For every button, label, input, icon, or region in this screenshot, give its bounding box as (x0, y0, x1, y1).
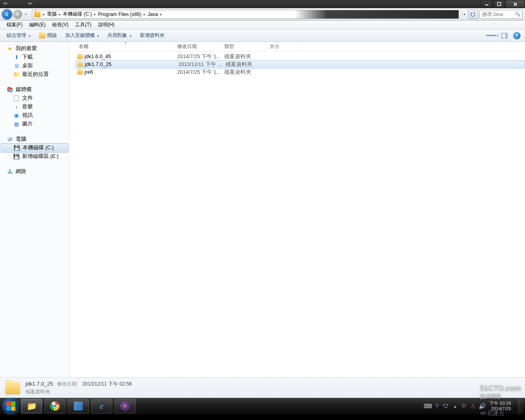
sidebar-favorites[interactable]: ★我的最愛 (0, 44, 69, 53)
breadcrumb-item[interactable]: Java (147, 10, 159, 18)
menu-view[interactable]: 檢視(V) (49, 21, 72, 29)
breadcrumb-separator[interactable] (41, 10, 46, 18)
search-box[interactable]: 🔍 (479, 10, 523, 19)
open-button[interactable]: 開啟 (36, 31, 60, 40)
folder-icon (77, 62, 84, 67)
main-content: ★我的最愛 ⬇下載 🖥桌面 📁最近的位置 📚媒體櫃 文件 ♪音樂 ▣視訊 ▦圖片… (0, 42, 525, 377)
sidebar-disk-e[interactable]: 💾新增磁碟區 (E:) (0, 152, 69, 161)
svg-point-6 (53, 404, 57, 408)
eclipse-icon: ⚙ (120, 401, 130, 411)
library-icon: 📚 (7, 87, 13, 93)
breadcrumb-item[interactable]: 本機磁碟 (C:) (62, 10, 93, 18)
tray-volume-icon[interactable]: 🔊 (479, 403, 485, 409)
preview-pane-button[interactable] (500, 31, 509, 40)
sidebar-network[interactable]: 🖧網路 (0, 167, 69, 176)
new-folder-button[interactable]: 新增資料夾 (137, 31, 168, 40)
refresh-button[interactable] (468, 10, 478, 19)
column-date[interactable]: 修改日期 (175, 42, 222, 51)
tray-up-icon[interactable]: ▴ (452, 403, 458, 409)
start-button[interactable] (2, 398, 19, 414)
svg-rect-3 (505, 33, 507, 38)
maximize-button[interactable] (493, 0, 505, 8)
taskbar-ie[interactable]: e (91, 399, 112, 413)
show-desktop-button[interactable] (518, 398, 523, 414)
menu-edit[interactable]: 編輯(E) (26, 21, 49, 29)
music-icon: ♪ (13, 104, 20, 110)
address-bar[interactable]: 電腦 本機磁碟 (C:) Program Files (x86) Java (32, 10, 459, 19)
folder-icon (76, 54, 84, 59)
file-date: 2014/7/25 下午 1... (177, 69, 224, 76)
recent-icon: 📁 (13, 71, 20, 78)
view-icon (486, 32, 496, 39)
sidebar-libraries[interactable]: 📚媒體櫃 (0, 85, 69, 94)
menu-file[interactable]: 檔案(F) (3, 21, 26, 29)
file-name: jdk1.6.0_45 (84, 54, 177, 59)
sidebar-disk-c[interactable]: 💾本機磁碟 (C:) (1, 143, 68, 153)
tray-flag-icon[interactable]: ⚐ (461, 403, 467, 409)
tray-network-icon[interactable]: ⚠ (470, 403, 476, 409)
network-icon: 🖧 (7, 169, 13, 175)
breadcrumb-item[interactable]: 電腦 (46, 10, 57, 18)
sidebar-downloads[interactable]: ⬇下載 (0, 53, 69, 62)
clock-time: 下午 03:29 (489, 401, 511, 406)
app-icon (74, 402, 83, 411)
folder-open-icon (39, 33, 46, 39)
disk-icon: 💾 (13, 153, 20, 160)
breadcrumb-separator[interactable] (93, 10, 97, 18)
file-name: jdk1.7.0_25 (84, 62, 178, 67)
details-date-label: 修改日期: (57, 381, 78, 388)
share-button[interactable]: 共用對象 (104, 31, 135, 40)
taskbar-chrome[interactable] (44, 399, 66, 413)
organize-button[interactable]: 組合管理 (3, 31, 34, 40)
column-type[interactable]: 類型 (222, 42, 267, 51)
desktop-icon: 🖥 (13, 63, 20, 69)
column-name[interactable]: 名稱▴ (76, 42, 175, 51)
sort-indicator-icon: ▴ (125, 41, 126, 44)
search-input[interactable] (482, 11, 515, 17)
file-row[interactable]: jdk1.6.0_45 2014/7/25 下午 1... 檔案資料夾 (70, 52, 525, 61)
tray-help-icon[interactable]: ? (434, 403, 440, 409)
nav-history-dropdown[interactable]: ▾ (23, 10, 29, 18)
column-headers: 名稱▴ 修改日期 類型 大小 (70, 42, 525, 52)
breadcrumb-separator[interactable] (142, 10, 147, 18)
include-library-button[interactable]: 加入至媒體櫃 (62, 31, 103, 40)
close-button[interactable] (505, 0, 525, 8)
nav-forward-button[interactable] (13, 10, 22, 19)
file-list[interactable]: jdk1.6.0_45 2014/7/25 下午 1... 檔案資料夾 jdk1… (70, 52, 525, 377)
navigation-bar: ▾ 電腦 本機磁碟 (C:) Program Files (x86) Java … (0, 8, 525, 21)
titlebar-blurred-icon: ▬ (3, 0, 20, 8)
view-mode-button[interactable]: ▾ (487, 31, 497, 40)
sidebar-pictures[interactable]: ▦圖片 (0, 120, 69, 128)
folder-icon (76, 70, 84, 75)
sidebar-documents[interactable]: 文件 (0, 94, 69, 103)
file-row[interactable]: jdk1.7.0_25 2013/12/11 下午 ... 檔案資料夾 (75, 60, 525, 68)
taskbar-eclipse[interactable]: ⚙ (114, 399, 136, 413)
taskbar-app1[interactable] (68, 399, 89, 413)
search-icon[interactable]: 🔍 (515, 11, 520, 17)
taskbar-explorer[interactable]: 📁 (21, 399, 42, 413)
nav-back-button[interactable] (2, 9, 12, 20)
address-dropdown[interactable]: ▾ (461, 10, 468, 19)
sidebar-music[interactable]: ♪音樂 (0, 103, 69, 111)
file-row[interactable]: jre6 2014/7/25 下午 1... 檔案資料夾 (70, 68, 525, 76)
menu-tools[interactable]: 工具(T) (72, 21, 94, 29)
details-name: jdk1.7.0_25 (25, 381, 53, 387)
column-size[interactable]: 大小 (267, 42, 300, 51)
breadcrumb-item[interactable]: Program Files (x86) (97, 10, 142, 18)
sidebar-recent[interactable]: 📁最近的位置 (0, 70, 69, 79)
taskbar-clock[interactable]: 下午 03:29 2014/7/25 (489, 401, 513, 411)
sidebar-computer[interactable]: 🖳電腦 (0, 135, 69, 144)
breadcrumb-separator[interactable] (159, 10, 163, 18)
sidebar-videos[interactable]: ▣視訊 (0, 111, 69, 120)
minimize-button[interactable] (481, 0, 493, 8)
sidebar-desktop[interactable]: 🖥桌面 (0, 62, 69, 70)
tray-keyboard-icon[interactable]: ⌨ (425, 403, 431, 409)
computer-icon: 🖳 (7, 136, 13, 143)
breadcrumb-separator[interactable] (57, 10, 62, 18)
tray-shield-icon[interactable]: 🛡 (443, 403, 449, 409)
chrome-icon (50, 401, 60, 411)
help-button[interactable]: ? (512, 31, 522, 40)
file-type: 檔案資料夾 (224, 53, 269, 60)
windows-logo-icon (7, 402, 16, 411)
menu-help[interactable]: 說明(H) (95, 21, 118, 29)
